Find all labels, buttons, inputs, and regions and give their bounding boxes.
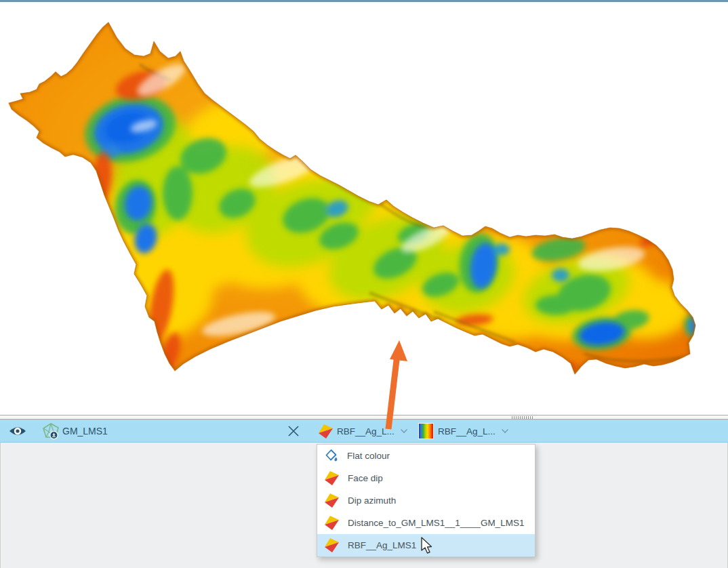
menu-item-dip-azimuth[interactable]: Dip azimuth (317, 489, 535, 512)
colourmap-dropdown[interactable]: RBF__Ag_L... (418, 420, 509, 443)
menu-item-face-dip[interactable]: Face dip (317, 467, 535, 489)
menu-item-label: Face dip (348, 473, 383, 483)
face-dip-icon (324, 493, 340, 508)
face-dip-icon (324, 515, 340, 531)
colour-option-value: RBF__Ag_L... (337, 426, 395, 437)
leapfrog-scene-window: GM_LMS1 RBF__Ag_L... RBF__Ag_L... (0, 0, 728, 568)
scene-object-row[interactable]: GM_LMS1 (42, 420, 108, 443)
visibility-eye-button[interactable] (9, 420, 26, 443)
face-dip-icon (324, 537, 340, 553)
chevron-down-icon (501, 428, 509, 434)
shape-list-toolbar: GM_LMS1 RBF__Ag_L... RBF__Ag_L... (0, 420, 728, 443)
menu-item-flat-colour[interactable]: Flat colour (317, 445, 535, 467)
object-name-label: GM_LMS1 (62, 426, 108, 437)
geological-model-icon (42, 422, 60, 440)
menu-item-label: Dip azimuth (348, 495, 396, 506)
colourmap-value: RBF__Ag_L... (438, 426, 496, 437)
splitter-grip-dots (512, 416, 534, 419)
3d-scene-viewport[interactable] (0, 0, 728, 415)
colour-ramp-icon (418, 423, 434, 439)
remove-from-scene-button[interactable] (287, 420, 300, 443)
mesh-surface (0, 2, 728, 415)
panel-splitter[interactable] (0, 415, 728, 420)
face-dip-icon (318, 424, 333, 439)
eye-icon (9, 425, 26, 437)
close-icon (287, 424, 300, 438)
menu-item-label: Flat colour (347, 451, 390, 461)
menu-item-rbf-ag-lms1[interactable]: RBF__Ag_LMS1 (317, 534, 535, 556)
menu-item-label: Distance_to_GM_LMS1__1____GM_LMS1 (348, 518, 524, 528)
chevron-down-icon (400, 428, 408, 434)
menu-item-distance[interactable]: Distance_to_GM_LMS1__1____GM_LMS1 (317, 512, 535, 534)
colour-option-menu: Flat colour Face dip Dip azimuth Distanc… (317, 444, 535, 557)
flat-colour-icon (324, 448, 339, 464)
face-dip-icon (324, 470, 340, 486)
menu-item-label: RBF__Ag_LMS1 (348, 540, 416, 550)
colour-option-dropdown[interactable]: RBF__Ag_L... (318, 420, 408, 443)
